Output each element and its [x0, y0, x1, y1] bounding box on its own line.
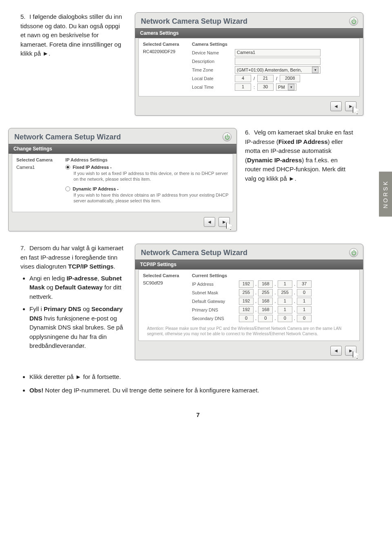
bottom-bullet: Klikk deretter på ► for å fortsette. [29, 372, 376, 382]
current-settings-header: Current Settings [192, 273, 355, 278]
date-year-input[interactable]: 2008 [280, 75, 300, 82]
step7-instructions: 7.Dersom du har valgt å gi kameraet en f… [20, 244, 127, 360]
primary-dns-input[interactable]: 192.168.1.1 [239, 306, 312, 314]
step7-bullet: Angi en ledig IP-adresse, Subnet Mask og… [29, 274, 127, 302]
wizard-title: Network Camera Setup Wizard [141, 249, 247, 257]
power-icon[interactable]: ⏻ [349, 17, 358, 26]
wizard-change-settings: Network Camera Setup Wizard ⏻ Change Set… [8, 128, 237, 231]
page-number: 7 [20, 411, 376, 418]
ampm-select[interactable]: PM ▾ [276, 83, 296, 91]
selected-camera-header: Selected Camera [16, 157, 65, 162]
time-min-input[interactable]: 30 [257, 83, 274, 91]
date-month-input[interactable]: 4 [235, 75, 251, 82]
subnet-mask-input[interactable]: 255.255.255.0 [239, 289, 312, 296]
step5-number: 5. [20, 12, 29, 22]
prev-button[interactable]: ◄ [330, 346, 342, 356]
step7-bullet: Fyll i Primary DNS og Secondary DNS hvis… [29, 305, 127, 351]
dynamic-ip-option[interactable]: Dynamic IP Address - If you wish to have… [65, 186, 229, 204]
chevron-down-icon[interactable]: ▾ [288, 84, 294, 90]
localtime-label: Local Time [192, 85, 235, 90]
selected-camera-header: Selected Camera [143, 273, 192, 278]
step6-number: 6. [245, 128, 254, 137]
camera-settings-header: Camera Settings [192, 42, 355, 47]
primary-dns-label: Primary DNS [192, 307, 239, 312]
ip-address-label: IP Address [192, 282, 239, 287]
ip-settings-header: IP Address Settings [65, 157, 229, 162]
description-input[interactable] [235, 58, 321, 65]
timezone-label: Time Zone [192, 67, 235, 72]
language-tab: NORSK [379, 172, 392, 217]
prev-button[interactable]: ◄ [204, 217, 215, 227]
step5-instructions: 5.I følgende dialogboks stiller du inn t… [20, 12, 127, 116]
step6-instructions: 6.Velg om kameraet skal bruke en fast IP… [245, 128, 355, 231]
section-header: Change Settings [9, 144, 236, 154]
selected-camera-header: Selected Camera [143, 42, 192, 47]
gateway-input[interactable]: 192.168.1.1 [239, 298, 312, 305]
wizard-camera-settings: Network Camera Setup Wizard ⏻ Camera Set… [135, 12, 363, 116]
device-name-input[interactable]: Camera1 [235, 49, 321, 56]
bottom-bullet: Obs! Noter deg IP-nummeret. Du vil treng… [29, 386, 376, 395]
radio-icon[interactable] [65, 165, 70, 170]
prev-button[interactable]: ◄ [330, 101, 342, 111]
step7-number: 7. [20, 244, 29, 253]
wizard-title: Network Camera Setup Wizard [141, 17, 247, 26]
secondary-dns-input[interactable]: 0.0.0.0 [239, 315, 312, 322]
secondary-dns-label: Secondary DNS [192, 316, 239, 321]
wizard-title: Network Camera Setup Wizard [14, 133, 121, 141]
section-header: TCP/IP Settings [135, 260, 363, 269]
subnet-mask-label: Subnet Mask [192, 290, 239, 295]
next-button[interactable]: ► [345, 346, 356, 356]
power-icon[interactable]: ⏻ [223, 132, 232, 141]
selected-camera-value: SC90df29 [143, 280, 192, 285]
power-icon[interactable]: ⏻ [349, 248, 358, 257]
time-hour-input[interactable]: 1 [235, 83, 251, 91]
bottom-instructions: Klikk deretter på ► for å fortsette. Obs… [20, 372, 376, 395]
gateway-label: Default Gateway [192, 299, 239, 304]
description-label: Description [192, 59, 235, 64]
next-button[interactable]: ► [345, 101, 356, 111]
localdate-label: Local Date [192, 76, 235, 81]
selected-camera-value: RC402090DF29 [143, 49, 192, 54]
fixed-ip-option[interactable]: Fixed IP Address - If you wish to set a … [65, 165, 229, 182]
selected-camera-value: Camera1 [16, 165, 65, 170]
attention-note: Attention: Please make sure that your PC… [143, 323, 355, 339]
step5-text: I følgende dialogboks stiller du inn tid… [20, 13, 122, 57]
wizard-tcpip-settings: Network Camera Setup Wizard ⏻ TCP/IP Set… [135, 244, 363, 360]
next-button[interactable]: ► [218, 217, 230, 227]
date-day-input[interactable]: 21 [257, 75, 274, 82]
chevron-down-icon[interactable]: ▾ [312, 67, 318, 73]
ip-address-input[interactable]: 192.168.1.37 [239, 280, 312, 288]
timezone-select[interactable]: (GMT+01:00) Amsterdam, Berin, ▾ [235, 66, 321, 74]
radio-icon[interactable] [65, 186, 70, 191]
device-name-label: Device Name [192, 50, 235, 55]
section-header: Camera Settings [135, 28, 363, 38]
